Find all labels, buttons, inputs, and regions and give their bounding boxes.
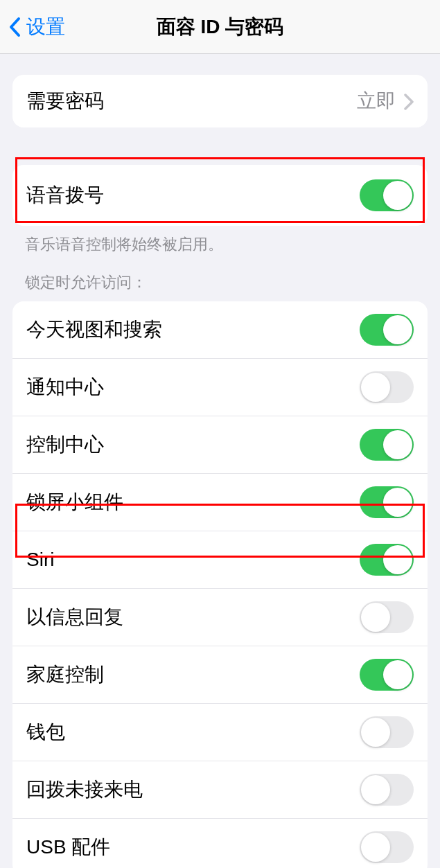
lock-access-row: 钱包 (12, 704, 428, 761)
lock-access-row: 以信息回复 (12, 589, 428, 646)
lock-access-toggle[interactable] (360, 486, 414, 518)
lock-access-row: 锁屏小组件 (12, 474, 428, 531)
navigation-header: 设置 面容 ID 与密码 (0, 0, 440, 54)
lock-access-toggle[interactable] (360, 601, 414, 633)
voice-dial-footer: 音乐语音控制将始终被启用。 (0, 226, 440, 256)
chevron-left-icon (8, 17, 21, 37)
lock-access-label: 家庭控制 (26, 662, 104, 688)
lock-access-row: 今天视图和搜索 (12, 301, 428, 359)
lock-access-row: 控制中心 (12, 416, 428, 474)
lock-access-row: USB 配件 (12, 819, 428, 868)
lock-access-row: 家庭控制 (12, 646, 428, 704)
lock-access-toggle[interactable] (360, 314, 414, 346)
require-passcode-row[interactable]: 需要密码 立即 (12, 75, 428, 127)
back-label: 设置 (26, 14, 65, 40)
require-passcode-value: 立即 (357, 88, 414, 114)
lock-access-toggle[interactable] (360, 429, 414, 461)
lock-access-toggle[interactable] (360, 774, 414, 806)
lock-access-row: 回拨未接来电 (12, 761, 428, 819)
lock-access-label: USB 配件 (26, 834, 110, 860)
lock-access-label: 以信息回复 (26, 604, 123, 630)
lock-access-row: Siri (12, 531, 428, 589)
lock-access-toggle[interactable] (360, 659, 414, 691)
lock-access-label: 回拨未接来电 (26, 777, 143, 803)
lock-access-label: 钱包 (26, 719, 65, 745)
lock-access-toggle[interactable] (360, 544, 414, 576)
lock-access-label: Siri (26, 549, 54, 571)
lock-access-group: 今天视图和搜索通知中心控制中心锁屏小组件Siri以信息回复家庭控制钱包回拨未接来… (12, 301, 428, 868)
lock-access-toggle[interactable] (360, 716, 414, 748)
lock-access-header: 锁定时允许访问： (0, 256, 440, 299)
settings-content: 需要密码 立即 语音拨号 音乐语音控制将始终被启用。 锁定时允许访问： 今天视图… (0, 75, 440, 868)
lock-access-toggle[interactable] (360, 371, 414, 403)
lock-access-label: 锁屏小组件 (26, 489, 123, 515)
require-passcode-group: 需要密码 立即 (12, 75, 428, 127)
voice-dial-label: 语音拨号 (26, 182, 104, 209)
back-button[interactable]: 设置 (0, 14, 65, 40)
chevron-right-icon (404, 93, 414, 109)
page-title: 面容 ID 与密码 (157, 14, 284, 40)
lock-access-row: 通知中心 (12, 359, 428, 416)
voice-dial-toggle[interactable] (360, 179, 414, 211)
lock-access-label: 今天视图和搜索 (26, 317, 162, 343)
lock-access-toggle[interactable] (360, 831, 414, 863)
voice-dial-group: 语音拨号 (12, 165, 428, 226)
voice-dial-row: 语音拨号 (12, 165, 428, 226)
lock-access-label: 通知中心 (26, 374, 104, 400)
lock-access-label: 控制中心 (26, 432, 104, 458)
require-passcode-label: 需要密码 (26, 88, 104, 114)
